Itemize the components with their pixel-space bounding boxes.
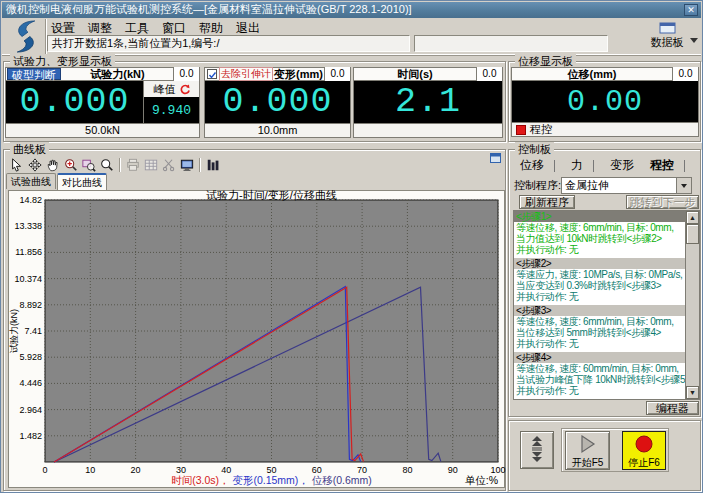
svg-text:10: 10	[85, 465, 95, 475]
svg-text:4.446: 4.446	[19, 378, 42, 388]
databoard-icon	[659, 22, 676, 34]
program-mode-indicator	[516, 125, 526, 135]
program-select[interactable]: 金属拉伸	[561, 177, 692, 194]
title-bar[interactable]: 微机控制电液伺服万能试验机测控系统—[金属材料室温拉伸试验(GB/T 228.1…	[2, 2, 701, 18]
deform-label: 变形(mm)	[273, 67, 324, 82]
scissors-icon[interactable]	[160, 157, 178, 173]
step-line: 并执行动作: 无	[514, 385, 699, 396]
menu-item-help[interactable]: 帮助	[197, 20, 225, 35]
displacement-screen: 0.00	[511, 81, 699, 123]
curve-panel-title: 曲线板	[10, 142, 49, 156]
time-label: 时间(s)	[354, 67, 476, 82]
step-line: 当应变达到 0.3%时跳转到<步骤3>	[514, 280, 699, 291]
app-logo	[8, 19, 44, 54]
svg-text:13.338: 13.338	[14, 221, 42, 231]
programmer-button[interactable]: 编程器	[646, 401, 699, 415]
menu-item-settings[interactable]: 设置	[49, 20, 77, 35]
svg-text:20: 20	[131, 465, 141, 475]
svg-text:0: 0	[42, 465, 47, 475]
break-detect-button[interactable]: 破型判断	[7, 68, 61, 80]
refresh-program-button[interactable]: 刷新程序	[519, 195, 575, 209]
combo-dropdown-icon[interactable]	[676, 178, 691, 193]
step-line: 并执行动作: 无	[514, 291, 699, 302]
zoom-window-icon[interactable]	[80, 157, 98, 173]
stop-button[interactable]: 停止F6	[622, 431, 666, 470]
zoom-out-icon[interactable]	[98, 157, 116, 173]
panel-restore-icon[interactable]	[490, 153, 501, 163]
time-display-unit: 时间(s) 0.0 2.1	[353, 67, 503, 138]
svg-text:单位:%: 单位:%	[465, 474, 498, 486]
svg-text:7.41: 7.41	[24, 326, 42, 336]
step-header[interactable]: <步骤4>	[514, 352, 699, 363]
tab-comparison-curve[interactable]: 对比曲线	[57, 173, 107, 190]
jump-next-button[interactable]: 跳转到下一步	[626, 195, 699, 209]
deform-screen: 0.000	[204, 81, 351, 124]
step-header[interactable]: <步骤3>	[514, 305, 699, 316]
curve-panel: 曲线板	[3, 149, 506, 491]
deform-range: 10.0mm	[204, 124, 351, 138]
menu-bar: 设置 调整 工具 窗口 帮助 退出	[49, 20, 262, 35]
peak-refresh-icon[interactable]	[179, 84, 190, 95]
peak-panel: 峰值 9.940	[143, 81, 199, 123]
menu-item-tools[interactable]: 工具	[123, 20, 151, 35]
displacement-header: 位移(mm) 0.0	[511, 67, 699, 81]
window-title: 微机控制电液伺服万能试验机测控系统—[金属材料室温拉伸试验(GB/T 228.1…	[6, 3, 412, 15]
time-corner-value: 0.0	[476, 67, 502, 81]
extensometer-label[interactable]: 去除引伸计	[219, 67, 273, 81]
monitor-icon[interactable]	[178, 157, 196, 173]
step-line: 等速位移, 速度: 60mm/min, 目标: 0mm,	[514, 363, 699, 374]
toolbar-strip: 设置 调整 工具 窗口 帮助 退出 共打开数据1条,当前位置为1,编号:/ 数据…	[2, 18, 701, 56]
print-icon[interactable]	[124, 157, 142, 173]
databoard-button[interactable]: 数据板	[647, 22, 687, 50]
scroll-down-icon[interactable]: ▼	[686, 386, 699, 399]
step-scrollbar[interactable]: ▲ ▼	[685, 211, 699, 399]
svg-text:试验力(kN): 试验力(kN)	[9, 309, 19, 353]
tab-deform[interactable]: 变形	[604, 157, 644, 174]
data-grid-icon[interactable]	[142, 157, 160, 173]
svg-text:8.892: 8.892	[19, 300, 42, 310]
jog-button[interactable]	[520, 431, 554, 469]
start-button[interactable]: 开始F5	[565, 431, 610, 470]
scroll-up-icon[interactable]: ▲	[686, 211, 699, 224]
svg-text:2.964: 2.964	[19, 405, 42, 415]
extensometer-checkbox[interactable]	[207, 69, 217, 79]
menu-item-window[interactable]: 窗口	[160, 20, 188, 35]
close-button[interactable]: ✕	[684, 4, 698, 16]
select-cursor-icon[interactable]	[8, 157, 26, 173]
pan-move-icon[interactable]	[26, 157, 44, 173]
step-list[interactable]: <步骤1> 等速位移, 速度: 6mm/min, 目标: 0mm, 当力值达到 …	[513, 210, 700, 400]
tab-program[interactable]: 程控	[644, 157, 684, 174]
force-display-header: 破型判断 试验力(kN) 0.0	[5, 67, 200, 81]
svg-text:80: 80	[402, 465, 412, 475]
force-display-unit: 破型判断 试验力(kN) 0.0 0.000 峰值 9.940 50.0kN	[5, 67, 200, 138]
step-line: 等速位移, 速度: 6mm/min, 目标: 0mm,	[514, 316, 699, 327]
step-line: 等速应力, 速度: 10MPa/s, 目标: 0MPa/s,	[514, 269, 699, 280]
time-value: 2.1	[354, 81, 502, 123]
hand-tool-icon[interactable]	[44, 157, 62, 173]
step-header[interactable]: <步骤2>	[514, 258, 699, 269]
control-tabs: 位移 力 变形 程控	[514, 157, 695, 174]
menu-item-exit[interactable]: 退出	[234, 20, 262, 35]
time-screen: 2.1	[353, 81, 503, 124]
curve-options-icon[interactable]	[204, 157, 222, 173]
zoom-in-icon[interactable]	[62, 157, 80, 173]
peak-label: 峰值	[154, 82, 176, 97]
svg-text:试验力-时间/变形/位移曲线: 试验力-时间/变形/位移曲线	[206, 189, 337, 201]
curve-toolbar	[8, 156, 222, 173]
svg-text:11.856: 11.856	[15, 247, 42, 257]
scroll-thumb[interactable]	[686, 224, 699, 244]
displacement-corner-value: 0.0	[672, 67, 698, 81]
tab-force[interactable]: 力	[565, 157, 593, 174]
deform-corner-value: 0.0	[324, 67, 350, 81]
program-label: 控制程序:	[514, 178, 561, 193]
tab-displacement[interactable]: 位移	[514, 157, 554, 174]
displacement-label: 位移(mm)	[512, 67, 672, 82]
force-value: 0.000	[6, 81, 143, 123]
tab-test-curve[interactable]: 试验曲线	[6, 173, 56, 189]
toolbar-separator	[199, 158, 201, 172]
step-header[interactable]: <步骤1>	[514, 211, 699, 222]
time-range	[353, 124, 503, 138]
step-line: 当力值达到 10kN时跳转到<步骤2>	[514, 233, 699, 244]
menu-item-adjust[interactable]: 调整	[86, 20, 114, 35]
databoard-caret-icon[interactable]	[690, 38, 698, 43]
